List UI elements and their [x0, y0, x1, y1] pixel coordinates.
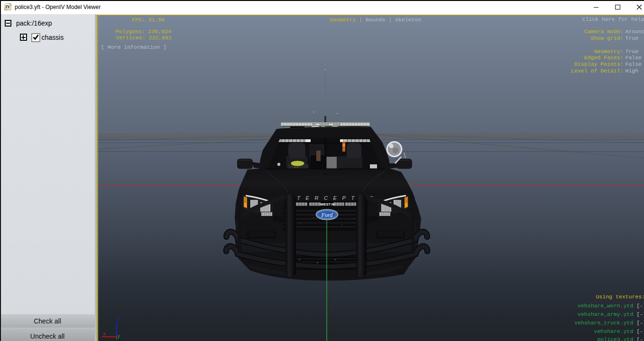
svg-text:WESTIN: WESTIN: [320, 202, 334, 206]
svg-text:z: z: [117, 316, 120, 322]
svg-text:Ford: Ford: [321, 212, 333, 218]
svg-text:y: y: [118, 333, 120, 339]
svg-text:x: x: [103, 331, 106, 336]
